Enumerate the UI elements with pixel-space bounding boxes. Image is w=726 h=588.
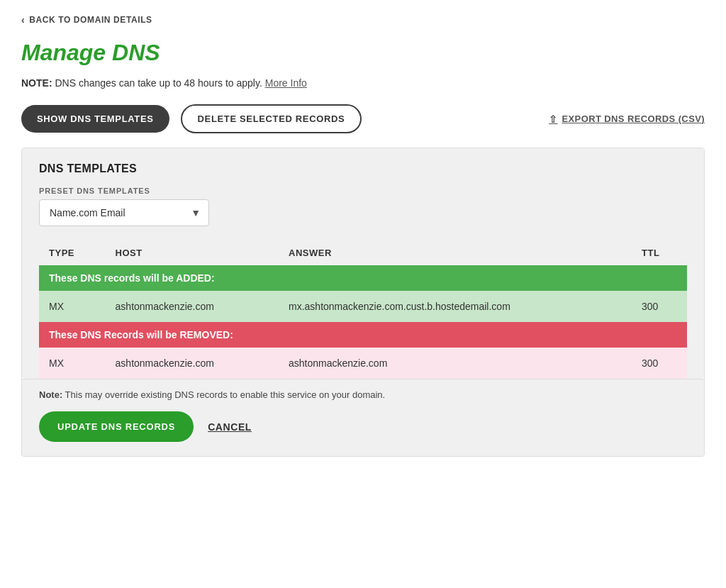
toolbar: SHOW DNS TEMPLATES DELETE SELECTED RECOR… <box>21 104 705 133</box>
added-host: ashtonmackenzie.com <box>106 291 279 322</box>
note-body: DNS changes can take up to 48 hours to a… <box>55 77 262 89</box>
export-dns-link[interactable]: ⇧ EXPORT DNS RECORDS (CSV) <box>549 113 705 125</box>
delete-selected-records-button[interactable]: DELETE SELECTED RECORDS <box>181 104 362 133</box>
action-row: UPDATE DNS RECORDS CANCEL <box>39 411 687 442</box>
preset-select-wrapper: Name.com Email Google Workspace Office 3… <box>39 199 209 226</box>
col-type: TYPE <box>39 240 106 265</box>
removed-host: ashtonmackenzie.com <box>106 348 279 379</box>
preset-label: PRESET DNS TEMPLATES <box>39 187 687 195</box>
col-answer: ANSWER <box>279 240 632 265</box>
show-dns-templates-button[interactable]: SHOW DNS TEMPLATES <box>21 105 169 133</box>
cancel-link[interactable]: CANCEL <box>208 421 252 433</box>
note-paragraph: NOTE: DNS changes can take up to 48 hour… <box>21 77 705 89</box>
removed-answer: ashtonmackenzie.com <box>279 348 632 379</box>
added-ttl: 300 <box>632 291 687 322</box>
removed-section-header: These DNS Records will be REMOVED: <box>39 322 687 348</box>
update-dns-records-button[interactable]: UPDATE DNS RECORDS <box>39 411 194 442</box>
panel-title: DNS TEMPLATES <box>39 162 687 175</box>
removed-type: MX <box>39 348 106 379</box>
table-header-row: TYPE HOST ANSWER TTL <box>39 240 687 265</box>
dns-templates-panel: DNS TEMPLATES PRESET DNS TEMPLATES Name.… <box>22 148 704 379</box>
preset-dns-select[interactable]: Name.com Email Google Workspace Office 3… <box>39 199 209 226</box>
bottom-note-text: This may override existing DNS records t… <box>65 389 386 400</box>
bottom-panel: Note: This may override existing DNS rec… <box>22 379 704 456</box>
removed-record-row: MX ashtonmackenzie.com ashtonmackenzie.c… <box>39 348 687 379</box>
added-section-header: These DNS records will be ADDED: <box>39 265 687 291</box>
removed-header-text: These DNS Records will be REMOVED: <box>39 322 687 348</box>
col-host: HOST <box>106 240 279 265</box>
bottom-note: Note: This may override existing DNS rec… <box>39 389 687 400</box>
export-label: EXPORT DNS RECORDS (CSV) <box>562 113 705 124</box>
bottom-note-prefix: Note: <box>39 389 62 400</box>
note-prefix: NOTE: <box>21 77 52 89</box>
added-record-row: MX ashtonmackenzie.com mx.ashtonmackenzi… <box>39 291 687 322</box>
page-title: Manage DNS <box>21 40 705 66</box>
back-link[interactable]: ‹ BACK TO DOMAIN DETAILS <box>21 14 705 26</box>
col-ttl: TTL <box>632 240 687 265</box>
dns-templates-container: DNS TEMPLATES PRESET DNS TEMPLATES Name.… <box>21 148 705 457</box>
back-arrow-icon: ‹ <box>21 14 25 26</box>
added-answer: mx.ashtonmackenzie.com.cust.b.hostedemai… <box>279 291 632 322</box>
dns-table: TYPE HOST ANSWER TTL These DNS records w… <box>39 240 687 379</box>
removed-ttl: 300 <box>632 348 687 379</box>
added-type: MX <box>39 291 106 322</box>
export-icon: ⇧ <box>549 113 557 125</box>
back-link-label: BACK TO DOMAIN DETAILS <box>29 15 152 25</box>
added-header-text: These DNS records will be ADDED: <box>39 265 687 291</box>
more-info-link[interactable]: More Info <box>265 77 307 89</box>
